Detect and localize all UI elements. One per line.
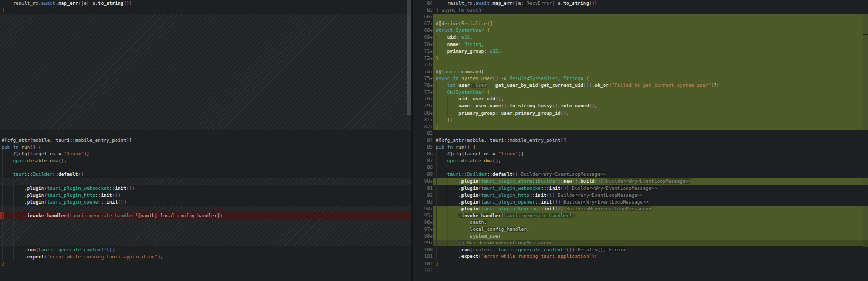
added-code-line[interactable]: 78+ uid: user.uid(), (413, 96, 868, 103)
added-code-line[interactable]: 95+ .invoke_handler(tauri::generate_hand… (413, 212, 868, 219)
code-line[interactable]: 87 gpu::disable_dma(); (413, 158, 868, 164)
code-text: .invoke_handler(tauri::generate_handler!… (2, 212, 223, 219)
code-token: result_rx. (436, 1, 476, 6)
code-token: { (470, 144, 476, 150)
code-token: user (472, 96, 484, 102)
code-line[interactable]: 64 result_rx.await.map_err(|e: RecvError… (413, 0, 868, 7)
code-line[interactable]: 92 .plugin(tauri_plugin_http::init()) Bu… (413, 192, 868, 199)
code-token (436, 89, 447, 95)
added-code-line[interactable]: 73+ (413, 62, 868, 69)
code-line[interactable]: 83 (413, 130, 868, 137)
code-token: plugin (461, 178, 479, 184)
code-line[interactable]: } (0, 261, 411, 267)
code-line[interactable] (0, 164, 411, 171)
code-line[interactable]: #[cfg(target_os = "linux")] (0, 151, 411, 158)
code-token: ) (450, 117, 453, 122)
code-token: local_config_handler (157, 213, 217, 218)
code-line[interactable]: gpu::disable_dma(); (0, 158, 411, 164)
code-line[interactable]: } (0, 7, 411, 14)
added-code-line[interactable]: 79+ name: user.name().to_string_lossy().… (413, 103, 868, 109)
code-line[interactable]: .plugin(tauri_plugin_opener::init()) (0, 199, 411, 206)
code-line[interactable]: tauri::Builder::default() (0, 171, 411, 178)
code-token: uid (487, 96, 495, 102)
overview-ruler[interactable] (863, 0, 868, 281)
ruler-added-marker (863, 35, 868, 41)
code-line[interactable]: 93 .plugin(tauri_plugin_opener::init()) … (413, 199, 868, 206)
code-token: tauri_plugin_store (481, 178, 533, 184)
code-token: map_err (58, 1, 78, 6)
added-code-line[interactable]: 70+ name: String, (413, 41, 868, 48)
code-line[interactable]: #[cfg_attr(mobile, tauri::mobile_entry_p… (0, 137, 411, 144)
code-line[interactable]: 84#[cfg_attr(mobile, tauri::mobile_entry… (413, 137, 868, 144)
added-code-line[interactable]: 80+ primary_group: user.primary_group_id… (413, 110, 868, 117)
code-token: result_rx. (2, 1, 41, 6)
code-line[interactable]: 100 .run(context: tauri::generate_contex… (413, 246, 868, 253)
added-code-line[interactable]: 81+ }) (413, 117, 868, 123)
indent-guide (2, 151, 3, 261)
code-token: () (492, 76, 498, 81)
code-token: plugin (27, 199, 44, 205)
added-code-line[interactable]: 66+ (413, 14, 868, 20)
code-line[interactable]: 103 (413, 267, 868, 274)
code-line[interactable]: 91 .plugin(tauri_plugin_websocket::init(… (413, 185, 868, 192)
code-line[interactable]: 85pub fn run() { (413, 144, 868, 151)
added-code-line[interactable]: 76+ let user: User = get_user_by_uid(get… (413, 82, 868, 89)
code-token: #[cfg_attr (436, 138, 464, 143)
code-text: .invoke_handler(tauri::generate_handler!… (436, 212, 575, 219)
added-code-line[interactable]: 94+ .plugin(tauri_plugin_keyring::init()… (413, 206, 868, 212)
added-code-line[interactable]: 69+ uid: u32, (413, 34, 868, 41)
added-code-line[interactable]: 98+ system_user (413, 233, 868, 240)
code-line[interactable]: 101 .expect("error while running tauri a… (413, 253, 868, 260)
added-code-line[interactable]: 82+} (413, 123, 868, 130)
code-token: () (501, 103, 507, 108)
code-line[interactable]: 65} async fn oauth (413, 7, 868, 14)
added-code-line[interactable]: 75+async fn system_user() -> Result<Syst… (413, 75, 868, 82)
code-line[interactable]: 89 tauri::Builder::default() Builder<Wry… (413, 171, 868, 178)
code-token: to_string (98, 1, 123, 6)
code-token: ) (112, 247, 115, 252)
code-line[interactable]: .expect("error while running tauri appli… (0, 254, 411, 261)
code-token: } (436, 55, 438, 61)
code-line[interactable]: 88 (413, 164, 868, 171)
code-line[interactable]: 102} (413, 261, 868, 267)
code-token: map_err (492, 1, 512, 6)
added-code-line[interactable]: 96+ oauth, (413, 219, 868, 226)
code-token: tauri (38, 247, 52, 252)
code-text: primary_group: user.primary_group_id(), (436, 110, 569, 117)
code-token: :: (53, 172, 59, 177)
code-line[interactable]: pub fn run() { (0, 144, 411, 151)
code-token: :: (544, 186, 549, 191)
code-token: tauri_plugin_http (47, 193, 95, 198)
line-background (433, 41, 863, 48)
diff-pane-original[interactable]: result_rx.await.map_err(|e| e.to_string(… (0, 0, 411, 281)
code-line[interactable]: 86 #[cfg(target_os = "linux")] (413, 151, 868, 158)
code-line[interactable]: result_rx.await.map_err(|e| e.to_string(… (0, 0, 411, 7)
added-code-line[interactable]: 71+ primary_group: u32, (413, 48, 868, 55)
code-token (2, 158, 13, 163)
added-code-line[interactable]: 77+ Ok(SystemUser { (413, 89, 868, 96)
code-token: disable_dma (461, 158, 493, 163)
code-line[interactable] (0, 130, 411, 137)
added-code-line[interactable]: 74+#[tauri::command] (413, 69, 868, 75)
code-line[interactable]: .plugin(tauri_plugin_http::init()) (0, 192, 411, 199)
added-code-line[interactable]: 99+ ]) Builder<Wry<EventLoopMessage>> (413, 240, 868, 246)
deleted-code-line[interactable]: .invoke_handler(tauri::generate_handler!… (0, 212, 411, 219)
code-line[interactable]: .plugin(tauri_plugin_websocket::init()) (0, 185, 411, 192)
line-background (433, 261, 863, 267)
added-code-line[interactable]: 72+} (413, 55, 868, 62)
added-code-line[interactable]: 67+#[derive(Serialize)] (413, 20, 868, 27)
ruler-added-marker (863, 75, 868, 82)
code-token: ] (87, 151, 89, 156)
code-token: :: (532, 178, 538, 184)
diff-pane-modified[interactable]: 64 result_rx.await.map_err(|e: RecvError… (413, 0, 868, 281)
added-code-line[interactable]: 90+ .plugin(tauri_plugin_store::Builder:… (413, 178, 868, 185)
vertical-scrollbar-thumb[interactable] (407, 0, 411, 115)
code-token: oauth, (470, 220, 487, 225)
added-code-line[interactable]: 68+struct SystemUser { (413, 27, 868, 34)
added-code-line[interactable]: 97+ local_config_handler, (413, 226, 868, 233)
code-line[interactable]: .run(tauri::generate_context!()) (0, 246, 411, 253)
code-token: mobile, tauri::mobile_entry_point (467, 138, 561, 143)
code-token: :: (487, 172, 493, 177)
code-token: run (456, 144, 464, 150)
code-token: Ok (447, 89, 453, 95)
